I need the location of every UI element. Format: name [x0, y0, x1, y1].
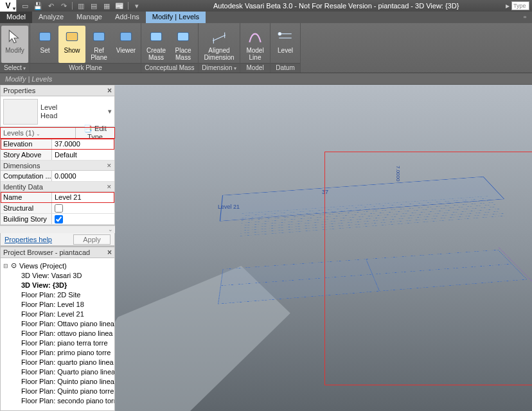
- chevron-down-icon[interactable]: ▾: [108, 107, 112, 116]
- viewer-button[interactable]: Viewer: [112, 26, 139, 63]
- prop-val[interactable]: 0.0000: [52, 171, 114, 181]
- save-icon[interactable]: 💾: [32, 1, 44, 11]
- prop-row-elevation: Elevation: [1, 139, 114, 150]
- prop-val[interactable]: [52, 139, 114, 149]
- tree-item[interactable]: Floor Plan: secondo piano torr: [2, 396, 113, 405]
- ribbon-group-work-plane: Work Plane: [30, 63, 141, 73]
- project-browser: Project Browser - piantacad × ⊟⊙Views (P…: [0, 246, 115, 411]
- svg-rect-4: [150, 33, 161, 41]
- text-input[interactable]: [55, 140, 112, 148]
- apply-button[interactable]: Apply: [73, 234, 111, 245]
- print-icon[interactable]: 📰: [114, 1, 125, 11]
- level-button[interactable]: Level: [272, 26, 299, 63]
- ribbon-collapse-icon[interactable]: ▫: [520, 13, 529, 22]
- redo-icon[interactable]: ↷: [58, 1, 69, 11]
- refplane-button[interactable]: RefPlane: [85, 26, 112, 63]
- checkbox[interactable]: [55, 215, 63, 223]
- quick-access-toolbar: ▭ 💾 ↶ ↷ ▥ ▤ ▦ 📰 ▾: [17, 1, 143, 11]
- app-menu-icon[interactable]: V: [0, 0, 17, 12]
- prop-val[interactable]: [52, 214, 114, 224]
- browser-title: Project Browser - piantacad: [3, 249, 90, 256]
- open-icon[interactable]: ▭: [19, 1, 31, 11]
- tree-item[interactable]: Floor Plan: Quarto piano linea: [2, 367, 113, 376]
- prop-val[interactable]: [52, 192, 114, 202]
- prop-val[interactable]: Default: [52, 150, 114, 160]
- tree-item[interactable]: Floor Plan: Level 18: [2, 299, 113, 309]
- qat-icon-a[interactable]: ▥: [75, 1, 87, 11]
- browser-header[interactable]: Project Browser - piantacad ×: [0, 247, 115, 258]
- tree-item[interactable]: Floor Plan: 2D Site: [2, 290, 113, 299]
- prop-key: Building Story: [1, 214, 52, 224]
- level-name-label[interactable]: Level 21: [218, 204, 240, 210]
- prop-row-name: Name: [1, 192, 114, 203]
- createmass-button[interactable]: CreateMass: [143, 26, 170, 63]
- menu-manage[interactable]: Manage: [70, 12, 109, 23]
- svg-rect-1: [66, 33, 77, 41]
- tree-root[interactable]: Views (Project): [18, 262, 67, 270]
- ribbon-group-dimension[interactable]: Dimension: [199, 63, 240, 73]
- modelline-button[interactable]: ModelLine: [242, 26, 269, 63]
- menu-modify-levels[interactable]: Modify | Levels: [146, 12, 206, 23]
- left-column: Properties × LevelHead ▾ Levels (1) ⌄ 📑 …: [0, 85, 115, 411]
- placemass-button[interactable]: PlaceMass: [170, 26, 197, 63]
- qat-icon-c[interactable]: ▦: [101, 1, 112, 11]
- prop-row-computation-: Computation ...0.0000: [1, 171, 114, 182]
- expand-icon[interactable]: ⊟: [2, 263, 10, 269]
- prop-key: Elevation: [1, 139, 52, 149]
- svg-rect-3: [120, 33, 131, 41]
- browser-tree[interactable]: ⊟⊙Views (Project)3D View: Vasari 3D3D Vi…: [0, 258, 115, 411]
- svg-rect-5: [177, 33, 188, 41]
- properties-header[interactable]: Properties ×: [0, 85, 115, 96]
- close-icon[interactable]: ×: [107, 248, 112, 257]
- properties-title: Properties: [3, 87, 35, 94]
- createmass-icon: [147, 28, 165, 46]
- modify-button: Modify: [1, 26, 28, 63]
- ribbon-group-conceptual-mass: Conceptual Mass: [141, 63, 198, 73]
- prop-section-dimensions[interactable]: Dimensions✕: [1, 161, 114, 171]
- tree-item[interactable]: Floor Plan: Quinto piano torre: [2, 386, 113, 396]
- tree-item[interactable]: Floor Plan: primo piano torre: [2, 347, 113, 357]
- prop-key: Name: [1, 192, 52, 202]
- close-icon[interactable]: ×: [107, 86, 112, 95]
- properties-help-link[interactable]: Properties help: [4, 236, 52, 243]
- tree-item[interactable]: 3D View: {3D}: [2, 280, 113, 290]
- separator: [72, 2, 73, 10]
- titlebar: V ▭ 💾 ↶ ↷ ▥ ▤ ▦ 📰 ▾ Autodesk Vasari Beta…: [0, 0, 532, 12]
- properties-grid: ElevationStory AboveDefaultDimensions✕Co…: [0, 139, 115, 225]
- checkbox[interactable]: [55, 204, 63, 213]
- qat-icon-b[interactable]: ▤: [88, 1, 100, 11]
- selection-filter[interactable]: Levels (1) ⌄: [1, 127, 76, 138]
- qat-dropdown-icon[interactable]: ▾: [131, 1, 143, 11]
- set-button[interactable]: Set: [31, 26, 58, 63]
- context-bar: Modify | Levels: [0, 73, 532, 85]
- tree-item[interactable]: Floor Plan: quarto piano linea: [2, 357, 113, 367]
- text-input[interactable]: [55, 193, 112, 201]
- aligndim-button[interactable]: AlignedDimension: [200, 26, 238, 63]
- dim-icon: [210, 28, 228, 46]
- level-icon: [276, 28, 294, 46]
- prop-section-identity-data[interactable]: Identity Data✕: [1, 182, 114, 192]
- tree-item[interactable]: Floor Plan: Quinto piano linea: [2, 376, 113, 386]
- lower-level-plane: [218, 250, 528, 304]
- prop-val[interactable]: [52, 203, 114, 213]
- tree-item[interactable]: Floor Plan: piano terra torre: [2, 338, 113, 347]
- tree-item[interactable]: Floor Plan: ottavo piano linea: [2, 328, 113, 338]
- ribbon-group-select[interactable]: Select: [0, 63, 30, 73]
- tree-item[interactable]: 3D View: Vasari 3D: [2, 270, 113, 280]
- show-button[interactable]: Show: [58, 26, 85, 63]
- undo-icon[interactable]: ↶: [45, 1, 57, 11]
- set-icon: [36, 28, 54, 46]
- level-dim-label[interactable]: 37: [322, 189, 328, 195]
- menu-model[interactable]: Model: [0, 12, 32, 23]
- panel-scrollbar-stub[interactable]: ⌄: [0, 225, 115, 233]
- tree-item[interactable]: Floor Plan: Level 21: [2, 309, 113, 319]
- viewport-3d[interactable]: Level 21 37 7.0000: [115, 85, 532, 411]
- type-name: LevelHead: [40, 103, 57, 120]
- type-selector[interactable]: LevelHead ▾: [0, 96, 115, 127]
- type-arrow-icon[interactable]: ▸: [506, 1, 510, 10]
- type-keyword-box[interactable]: Type: [511, 1, 529, 10]
- separator: [128, 2, 129, 10]
- menu-analyze[interactable]: Analyze: [32, 12, 70, 23]
- tree-item[interactable]: Floor Plan: Ottavo piano linea: [2, 319, 113, 328]
- menu-add-ins[interactable]: Add-Ins: [109, 12, 146, 23]
